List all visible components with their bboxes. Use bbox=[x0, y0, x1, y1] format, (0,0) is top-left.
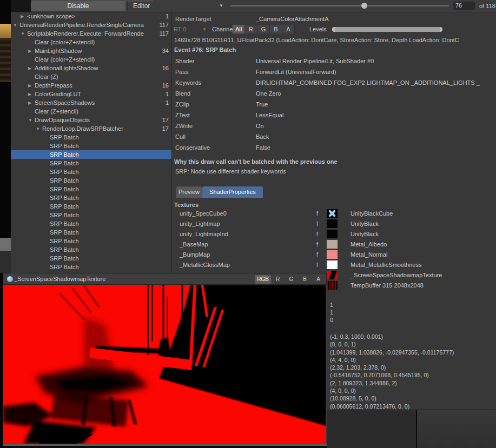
texture-flag: f bbox=[316, 229, 318, 239]
srp-batch-row[interactable]: SRP Batch bbox=[11, 211, 171, 219]
collapse-arrow-icon[interactable]: ▼ bbox=[28, 118, 35, 123]
texture-row[interactable]: _MetallicGlossMapfMetal_MetallicSmoothne… bbox=[172, 260, 496, 270]
texture-row[interactable]: _BumpMapfMetal_Normal bbox=[172, 250, 496, 260]
rt-index-dropdown[interactable]: RT 0 bbox=[174, 25, 186, 34]
tree-row[interactable]: ▶DepthPrepass16 bbox=[11, 81, 171, 90]
tree-row[interactable]: Clear (Z+stencil) bbox=[11, 107, 171, 116]
texture-thumbnail[interactable] bbox=[327, 219, 338, 228]
preview-channel-rgb-button[interactable]: RGB bbox=[255, 275, 271, 284]
event-count: 34 bbox=[154, 48, 171, 54]
event-count: 17 bbox=[154, 117, 171, 123]
collapse-arrow-icon[interactable]: ▼ bbox=[13, 23, 19, 28]
srp-batch-row[interactable]: SRP Batch bbox=[11, 150, 171, 159]
expand-arrow-icon[interactable]: ▶ bbox=[28, 49, 35, 54]
render-target-value: _CameraColorAttachmentA bbox=[256, 15, 496, 23]
tree-row[interactable]: ▶<unknown scope>1 bbox=[11, 12, 171, 21]
srp-batch-row[interactable]: SRP Batch bbox=[11, 159, 171, 168]
texture-thumbnail[interactable] bbox=[327, 271, 338, 279]
property-label: Blend bbox=[175, 88, 190, 99]
levels-min-handle[interactable] bbox=[332, 27, 335, 32]
tree-row[interactable]: ▼RenderLoop.DrawSRPBatcher17 bbox=[11, 124, 171, 133]
tree-row[interactable]: ▶ScreenSpaceShadows1 bbox=[11, 98, 171, 107]
event-number-input[interactable]: 76 bbox=[453, 2, 475, 10]
texture-thumbnail[interactable] bbox=[327, 230, 338, 238]
tree-row[interactable]: ▶MainLightShadow34 bbox=[11, 46, 171, 55]
srp-batch-row[interactable]: SRP Batch bbox=[11, 263, 171, 271]
channel-a-button[interactable]: A bbox=[282, 25, 295, 34]
shadowmap-preview-image[interactable] bbox=[3, 285, 326, 444]
tree-row[interactable]: ▶ColorGradingLUT1 bbox=[11, 90, 171, 98]
texture-row[interactable]: unity_LightmapIndfUnityBlack bbox=[172, 229, 496, 239]
property-label: ZWrite bbox=[175, 121, 193, 131]
property-label: Keywords bbox=[175, 77, 201, 88]
tree-row[interactable]: ▶AdditionalLightsShadow16 bbox=[11, 64, 171, 72]
srp-batch-row[interactable]: SRP Batch bbox=[11, 133, 171, 142]
textures-header-text: Textures bbox=[174, 201, 199, 209]
levels-range-slider[interactable] bbox=[332, 27, 442, 32]
target-selector-dropdown[interactable]: Editor ▼ bbox=[127, 1, 228, 11]
chevron-down-icon: ▼ bbox=[219, 1, 223, 11]
tree-row[interactable]: ▼UniversalRenderPipeline.RenderSingleCam… bbox=[11, 21, 171, 29]
preview-channel-b-button[interactable]: B bbox=[300, 275, 309, 284]
event-slider[interactable] bbox=[230, 0, 449, 12]
preview-channel-a-button[interactable]: A bbox=[314, 275, 323, 284]
background-panel bbox=[327, 410, 416, 448]
srp-batch-row[interactable]: SRP Batch bbox=[11, 254, 171, 263]
vector-value: (1.041399, 1.038826, -0.02947355, -0.011… bbox=[330, 349, 454, 356]
expand-arrow-icon[interactable]: ▶ bbox=[28, 101, 35, 105]
texture-row[interactable]: unity_LightmapfUnityBlack bbox=[172, 219, 496, 229]
event-count: 17 bbox=[154, 125, 171, 132]
tree-item-label: SRP Batch bbox=[50, 203, 154, 210]
texture-thumbnail[interactable] bbox=[327, 281, 338, 290]
tree-row[interactable]: ▼ScriptableRenderer.Execute: ForwardRend… bbox=[11, 29, 171, 38]
texture-thumbnail[interactable] bbox=[327, 250, 338, 259]
channel-b-button[interactable]: B bbox=[270, 25, 282, 34]
preview-channel-r-button[interactable]: R bbox=[273, 275, 282, 284]
batch-break-title: Why this draw call can't be batched with… bbox=[172, 158, 496, 166]
srp-batch-row[interactable]: SRP Batch bbox=[11, 202, 171, 211]
tree-item-label: Clear (color+Z+stencil) bbox=[35, 39, 154, 45]
srp-batch-row[interactable]: SRP Batch bbox=[11, 185, 171, 193]
srp-batch-row[interactable]: SRP Batch bbox=[11, 168, 171, 176]
srp-batch-row[interactable]: SRP Batch bbox=[11, 193, 171, 202]
texture-row[interactable]: unity_SpecCube0fUnityBlackCube bbox=[172, 209, 496, 219]
expand-arrow-icon[interactable]: ▶ bbox=[28, 83, 35, 88]
texture-thumbnail[interactable] bbox=[327, 260, 338, 269]
vector-value: (-0.5416752, 0.7071068, 0.4545195, 0) bbox=[330, 371, 454, 379]
tree-item-label: MainLightShadow bbox=[35, 48, 154, 54]
texture-thumbnail[interactable] bbox=[327, 240, 338, 249]
channel-r-button[interactable]: R bbox=[245, 25, 257, 34]
tree-item-label: SRP Batch bbox=[50, 186, 154, 192]
tree-row[interactable]: Clear (color+Z+stencil) bbox=[11, 55, 171, 64]
srp-batch-row[interactable]: SRP Batch bbox=[11, 245, 171, 254]
disable-button[interactable]: Disable bbox=[31, 1, 125, 11]
event-slider-thumb[interactable] bbox=[361, 3, 367, 9]
srp-batch-row[interactable]: SRP Batch bbox=[11, 176, 171, 185]
levels-max-handle[interactable] bbox=[440, 27, 442, 32]
expand-arrow-icon[interactable]: ▶ bbox=[21, 14, 27, 19]
tree-row[interactable]: Clear (color+Z+stencil) bbox=[11, 38, 171, 46]
collapse-arrow-icon[interactable]: ▼ bbox=[21, 31, 27, 36]
tree-row[interactable]: ▼DrawOpaqueObjects17 bbox=[11, 116, 171, 124]
channel-g-button[interactable]: G bbox=[257, 25, 270, 34]
tab-shader-properties[interactable]: ShaderProperties bbox=[202, 186, 263, 198]
preview-channel-g-button[interactable]: G bbox=[287, 275, 296, 284]
expand-arrow-icon[interactable]: ▶ bbox=[28, 66, 35, 71]
expand-arrow-icon[interactable]: ▶ bbox=[28, 92, 35, 97]
tab-preview[interactable]: Preview bbox=[176, 186, 202, 198]
background-panel-fragment bbox=[0, 251, 11, 273]
event-slider-track[interactable] bbox=[230, 5, 449, 6]
srp-batch-row[interactable]: SRP Batch bbox=[11, 228, 171, 237]
preview-title-bar[interactable]: _ScreenSpaceShadowmapTexture RGB R G B A bbox=[3, 273, 327, 285]
srp-batch-row[interactable]: SRP Batch bbox=[11, 142, 171, 150]
texture-row[interactable]: _BaseMapfMetal_Albedo bbox=[172, 239, 496, 250]
channel-all-button[interactable]: All bbox=[233, 25, 245, 34]
srp-batch-row[interactable]: SRP Batch bbox=[11, 219, 171, 228]
srp-batch-row[interactable]: SRP Batch bbox=[11, 237, 171, 245]
texture-thumbnail[interactable] bbox=[327, 209, 338, 218]
property-value: True bbox=[256, 99, 496, 110]
tree-row[interactable]: Clear (Z) bbox=[11, 72, 171, 81]
tree-item-label: SRP Batch bbox=[50, 134, 154, 141]
collapse-arrow-icon[interactable]: ▼ bbox=[36, 126, 42, 131]
textures-header: Textures bbox=[172, 201, 496, 209]
